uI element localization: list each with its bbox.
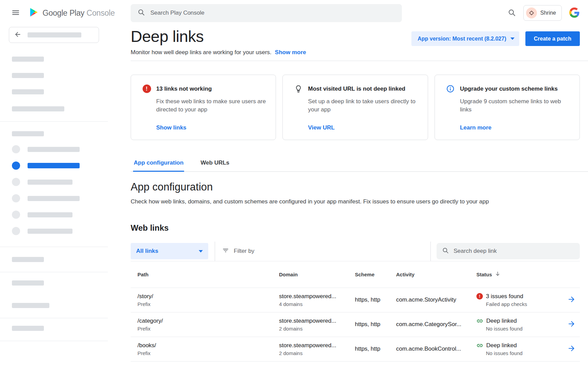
logo-text: Google Play Console (43, 9, 115, 18)
table-header: Path Domain Scheme Activity Status (131, 261, 580, 288)
sidebar-item[interactable] (0, 223, 108, 239)
header-divider (131, 61, 588, 61)
sidebar-item-active[interactable] (0, 157, 108, 174)
deep-link-search[interactable] (437, 243, 580, 259)
table-row[interactable]: /category/Prefix store.steampowered...2 … (131, 312, 580, 337)
arrow-left-icon (14, 31, 21, 40)
page-subtitle: Monitor how well deep links are working … (131, 49, 272, 56)
column-status[interactable]: Status (476, 271, 555, 278)
section-description: Check how web links, domains, and custom… (131, 198, 580, 205)
skeleton-bar (12, 106, 64, 111)
scheme-value: https, http (355, 321, 396, 328)
app-version-dropdown[interactable]: App version: Most recent (8.2.027) (411, 31, 519, 46)
tab-bar: App configuration Web URLs (131, 156, 588, 172)
row-detail-arrow-button[interactable] (567, 295, 576, 305)
domain-count: 2 domains (279, 350, 355, 356)
activity-value: com.acme.CategorySor... (396, 321, 476, 328)
card-body: Upgrade 9 custom scheme links to web lin… (460, 97, 571, 114)
status-value: Deep linked (486, 342, 517, 349)
skeleton-bar (28, 229, 72, 234)
skeleton-bar (28, 32, 81, 37)
path-value: /books/ (137, 342, 279, 349)
toolbar-divider (215, 242, 215, 261)
view-url-link[interactable]: View URL (308, 124, 334, 131)
page-title: Deep links (131, 28, 306, 45)
page-header: Deep links Monitor how well deep links a… (131, 28, 580, 56)
topbar-left: Google Play Console (0, 7, 131, 19)
sidebar-divider (0, 121, 108, 122)
show-more-link[interactable]: Show more (275, 49, 306, 56)
links-filter-dropdown[interactable]: All links (131, 243, 208, 259)
filter-icon (222, 247, 229, 256)
topbar-search-button[interactable] (508, 9, 516, 18)
table-row[interactable]: /books/Prefix store.steampowered...2 dom… (131, 337, 580, 362)
arrow-right-icon (567, 295, 576, 305)
sidebar-item[interactable] (0, 174, 108, 190)
logo-text-google-play: Google Play (43, 9, 84, 17)
domain-value: store.steampowered... (279, 318, 355, 324)
table-row[interactable]: /item/ store.steampowered... Deep linked (131, 362, 580, 368)
table-row[interactable]: /story/Prefix store.steampowered...4 dom… (131, 288, 580, 312)
web-links-table: Path Domain Scheme Activity Status /stor… (131, 261, 580, 368)
card-title: Upgrade your custom scheme links (460, 86, 558, 92)
section-title: App configuration (131, 181, 580, 193)
web-links-toolbar: All links Filter by (131, 242, 580, 261)
path-type: Prefix (137, 326, 279, 332)
domain-count: 4 domains (279, 301, 355, 307)
row-detail-arrow-button[interactable] (567, 344, 576, 354)
show-links-link[interactable]: Show links (156, 124, 186, 131)
insight-card-most-visited-url: Most visited URL is not deep linked Set … (282, 75, 428, 140)
tab-app-configuration[interactable]: App configuration (133, 156, 184, 172)
skeleton-bar (12, 131, 44, 136)
global-search-input[interactable] (150, 10, 395, 16)
status-value: Deep linked (486, 318, 517, 324)
dropdown-caret-icon (199, 250, 203, 252)
google-g-icon (569, 7, 579, 19)
status-value: 3 issues found (486, 293, 523, 300)
domain-count: 2 domains (279, 326, 355, 332)
global-search[interactable] (131, 4, 402, 22)
sidebar-item[interactable] (0, 141, 108, 157)
domain-value: store.steampowered... (279, 293, 355, 300)
play-console-logo[interactable]: Google Play Console (29, 7, 115, 19)
sidebar-divider (0, 318, 108, 318)
app-selector-label: Shrine (540, 10, 556, 16)
topbar: Google Play Console Shrine (0, 0, 588, 26)
column-path: Path (131, 272, 279, 277)
skeleton-circle (12, 145, 20, 153)
topbar-right: Shrine (508, 5, 588, 21)
skeleton-bar (12, 89, 44, 94)
hamburger-menu-button[interactable] (11, 8, 20, 18)
domain-value: store.steampowered... (279, 342, 355, 349)
deep-linked-chain-icon (476, 342, 483, 349)
sidebar-item[interactable] (0, 190, 108, 206)
skeleton-bar (28, 212, 72, 217)
row-detail-arrow-button[interactable] (567, 320, 576, 329)
skeleton-bar (12, 73, 44, 78)
path-value: /story/ (137, 293, 279, 300)
skeleton-circle (12, 178, 20, 186)
scheme-value: https, http (355, 346, 396, 352)
arrow-right-icon (567, 320, 576, 329)
tab-web-urls[interactable]: Web URLs (200, 156, 230, 172)
deep-link-search-input[interactable] (454, 248, 574, 255)
search-icon (508, 9, 516, 18)
card-title: Most visited URL is not deep linked (308, 86, 405, 92)
sidebar-item[interactable] (0, 206, 108, 223)
sidebar-divider (0, 247, 108, 247)
filter-by-button[interactable]: Filter by (222, 247, 254, 256)
create-patch-button[interactable]: Create a patch (525, 31, 580, 46)
google-account-avatar[interactable] (569, 7, 579, 19)
skeleton-bar (12, 57, 44, 62)
path-type: Prefix (137, 350, 279, 356)
sidebar (0, 26, 108, 368)
learn-more-link[interactable]: Learn more (460, 124, 492, 131)
deep-linked-chain-icon (476, 318, 483, 324)
logo-text-console: Console (86, 9, 115, 17)
toolbar-divider (430, 242, 431, 261)
skeleton-bar (12, 326, 44, 331)
back-button[interactable] (9, 27, 99, 43)
path-type: Prefix (137, 301, 279, 307)
app-selector-chip[interactable]: Shrine (523, 5, 562, 21)
search-icon (442, 247, 449, 255)
